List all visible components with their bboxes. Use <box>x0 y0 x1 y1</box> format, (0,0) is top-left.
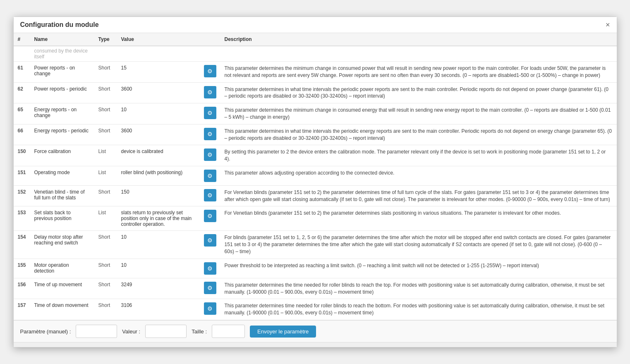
row-action[interactable]: ⚙ <box>200 259 220 278</box>
row-action[interactable]: ⚙ <box>200 61 220 82</box>
row-value: roller blind (with positioning) <box>117 166 200 185</box>
config-table: # Name Type Value Description consumed b… <box>14 33 617 320</box>
value-input[interactable] <box>145 325 187 338</box>
table-row: 62 Power reports - periodic Short 3600 ⚙… <box>14 82 617 103</box>
row-name: Time of up movement <box>30 278 94 299</box>
row-desc: This parameter determines in what time i… <box>220 124 617 145</box>
row-num: 151 <box>14 166 30 185</box>
table-row: 152 Venetian blind - time of full turn o… <box>14 185 617 206</box>
value-label: Valeur : <box>122 328 140 335</box>
row-desc: This parameter determines the minimum ch… <box>220 61 617 82</box>
wrench-icon: ⚙ <box>207 68 213 74</box>
send-button[interactable]: Envoyer le paramètre <box>250 326 316 338</box>
table-row: 61 Power reports - on change Short 15 ⚙ … <box>14 61 617 82</box>
config-button[interactable]: ⚙ <box>204 107 216 119</box>
row-num: 157 <box>14 299 30 320</box>
wrench-icon: ⚙ <box>207 192 213 199</box>
config-button[interactable]: ⚙ <box>204 86 216 98</box>
size-input[interactable] <box>212 325 245 338</box>
row-action[interactable]: ⚙ <box>200 166 220 185</box>
config-button[interactable]: ⚙ <box>204 128 216 140</box>
row-action[interactable]: ⚙ <box>200 124 220 145</box>
row-value: 15 <box>117 61 200 82</box>
row-name: Energy reports - on change <box>30 103 94 125</box>
row-action[interactable]: ⚙ <box>200 231 220 259</box>
row-num: 153 <box>14 206 30 231</box>
row-num: 150 <box>14 145 30 166</box>
col-header-value: Value <box>117 33 200 46</box>
row-desc: For Venetian blinds (parameter 151 set t… <box>220 185 617 206</box>
row-value: 150 <box>117 185 200 206</box>
row-desc: This parameter determines in what time i… <box>220 82 617 103</box>
row-value: 10 <box>117 231 200 259</box>
config-button[interactable]: ⚙ <box>204 282 216 294</box>
row-type: Short <box>94 278 117 299</box>
partial-row-name: consumed by the device itself <box>30 46 94 62</box>
row-name: Set slats back to previous position <box>30 206 94 231</box>
table-row: 156 Time of up movement Short 3249 ⚙ Thi… <box>14 278 617 299</box>
close-button[interactable]: × <box>606 21 610 29</box>
row-action[interactable]: ⚙ <box>200 82 220 103</box>
row-num: 155 <box>14 259 30 278</box>
row-action[interactable]: ⚙ <box>200 206 220 231</box>
row-type: Short <box>94 124 117 145</box>
config-button[interactable]: ⚙ <box>204 234 216 247</box>
config-button[interactable]: ⚙ <box>204 65 216 77</box>
row-desc: For Venetian blinds (parameter 151 set t… <box>220 206 617 231</box>
col-header-num: # <box>14 33 30 46</box>
size-label: Taille : <box>192 328 207 335</box>
row-value: 3600 <box>117 82 200 103</box>
row-action[interactable]: ⚙ <box>200 145 220 166</box>
row-num: 62 <box>14 82 30 103</box>
modal-body: # Name Type Value Description consumed b… <box>14 33 617 320</box>
scrollbar-area <box>14 342 617 347</box>
param-input[interactable] <box>76 325 117 338</box>
row-name: Energy reports - periodic <box>30 124 94 145</box>
row-type: Short <box>94 231 117 259</box>
table-row: 155 Motor operation detection Short 10 ⚙… <box>14 259 617 278</box>
row-desc: Power threshold to be interpreted as rea… <box>220 259 617 278</box>
row-num: 66 <box>14 124 30 145</box>
row-action[interactable]: ⚙ <box>200 185 220 206</box>
row-value: 3106 <box>117 299 200 320</box>
row-value: 3249 <box>117 278 200 299</box>
row-name: Motor operation detection <box>30 259 94 278</box>
row-type: List <box>94 166 117 185</box>
row-num: 156 <box>14 278 30 299</box>
config-button[interactable]: ⚙ <box>204 262 216 275</box>
wrench-icon: ⚙ <box>207 285 213 291</box>
row-type: Short <box>94 82 117 103</box>
param-label: Paramètre (manuel) : <box>20 328 71 335</box>
row-num: 154 <box>14 231 30 259</box>
config-button[interactable]: ⚙ <box>204 189 216 201</box>
config-button[interactable]: ⚙ <box>204 148 216 161</box>
row-name: Delay motor stop after reaching end swit… <box>30 231 94 259</box>
wrench-icon: ⚙ <box>207 110 213 116</box>
modal-footer: Paramètre (manuel) : Valeur : Taille : E… <box>14 320 617 342</box>
table-row: 151 Operating mode List roller blind (wi… <box>14 166 617 185</box>
wrench-icon: ⚙ <box>207 265 213 272</box>
row-type: Short <box>94 61 117 82</box>
config-button[interactable]: ⚙ <box>204 170 216 182</box>
row-type: Short <box>94 259 117 278</box>
config-button[interactable]: ⚙ <box>204 302 216 315</box>
table-row: 154 Delay motor stop after reaching end … <box>14 231 617 259</box>
row-type: List <box>94 145 117 166</box>
row-desc: For blinds (parameter 151 set to 1, 2, 5… <box>220 231 617 259</box>
modal-title: Configuration du module <box>20 21 99 29</box>
table-row: 153 Set slats back to previous position … <box>14 206 617 231</box>
row-desc: This parameter allows adjusting operatio… <box>220 166 617 185</box>
row-value: 3600 <box>117 124 200 145</box>
row-num: 65 <box>14 103 30 125</box>
module-config-modal: Configuration du module × # Name Type Va… <box>13 17 617 347</box>
row-action[interactable]: ⚙ <box>200 299 220 320</box>
row-name: Power reports - periodic <box>30 82 94 103</box>
row-action[interactable]: ⚙ <box>200 278 220 299</box>
row-action[interactable]: ⚙ <box>200 103 220 125</box>
wrench-icon: ⚙ <box>207 305 213 312</box>
col-header-type: Type <box>94 33 117 46</box>
row-type: List <box>94 206 117 231</box>
row-name: Venetian blind - time of full turn of th… <box>30 185 94 206</box>
config-button[interactable]: ⚙ <box>204 210 216 222</box>
row-type: Short <box>94 299 117 320</box>
